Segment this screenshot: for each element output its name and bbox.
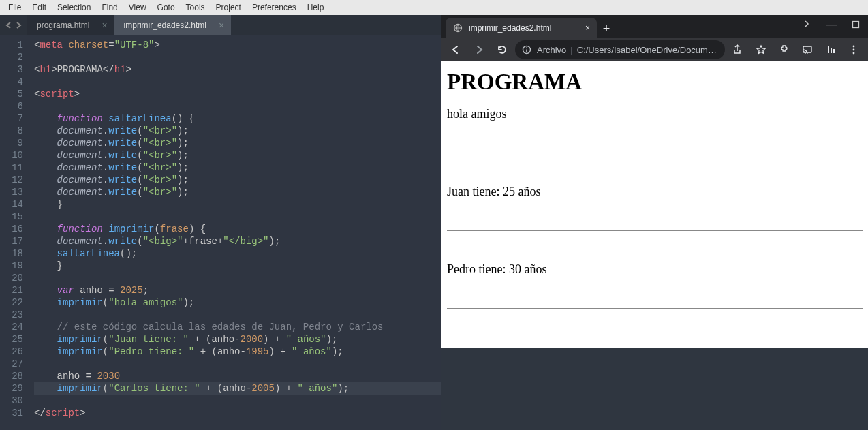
page-heading: PROGRAMA xyxy=(447,70,863,95)
menu-edit[interactable]: Edit xyxy=(27,3,52,12)
tab-close-icon[interactable]: × xyxy=(219,20,224,31)
svg-point-11 xyxy=(853,52,855,55)
svg-rect-6 xyxy=(828,46,829,53)
menu-file[interactable]: File xyxy=(3,3,27,12)
menubar: File Edit Selection Find View Goto Tools… xyxy=(0,0,868,15)
window-minimize-button[interactable] xyxy=(794,15,819,34)
bookmark-star-button[interactable] xyxy=(751,40,771,60)
svg-point-4 xyxy=(526,47,527,48)
output-line-3: Pedro tiene: 30 años xyxy=(447,262,546,276)
window-maximize-button[interactable] xyxy=(843,15,868,34)
line-number-gutter: 1234567891011121314151617181920212223242… xyxy=(0,35,30,430)
url-divider: | xyxy=(566,45,576,55)
output-line-1: hola amigos xyxy=(447,107,507,121)
menu-project[interactable]: Project xyxy=(211,3,247,12)
url-text: C:/Users/Isabel/OneDrive/Docum… xyxy=(577,45,718,55)
svg-rect-5 xyxy=(803,46,811,52)
menu-find[interactable]: Find xyxy=(96,3,123,12)
tab-nav xyxy=(0,21,27,29)
tab-imprimir-edades2[interactable]: imprimir_edades2.html × xyxy=(114,15,232,35)
menu-button[interactable] xyxy=(843,40,864,60)
browser-tab[interactable]: imprimir_edades2.html × xyxy=(446,18,597,38)
browser-tabstrip: imprimir_edades2.html × + — xyxy=(441,15,868,38)
nav-fwd-icon[interactable] xyxy=(14,21,22,29)
tab-programa[interactable]: programa.html × xyxy=(27,15,114,35)
code-area[interactable]: 1234567891011121314151617181920212223242… xyxy=(0,35,441,430)
browser-pane: imprimir_edades2.html × + — xyxy=(441,15,868,348)
output-line-2: Juan tiene: 25 años xyxy=(447,185,540,198)
menu-goto[interactable]: Goto xyxy=(152,3,181,12)
menu-help[interactable]: Help xyxy=(302,3,330,12)
window-line-button[interactable]: — xyxy=(819,15,843,34)
tab-close-icon[interactable]: × xyxy=(102,20,107,31)
tab-label: programa.html xyxy=(37,20,89,30)
media-control-button[interactable] xyxy=(820,40,841,60)
back-button[interactable] xyxy=(446,40,466,60)
nav-back-icon[interactable] xyxy=(5,21,13,29)
page-icon xyxy=(452,22,463,33)
code-content[interactable]: <meta charset="UTF-8"><h1>PROGRAMA</h1><… xyxy=(30,35,441,430)
reload-button[interactable] xyxy=(492,40,512,60)
svg-point-10 xyxy=(853,49,855,51)
forward-button[interactable] xyxy=(469,40,489,60)
share-button[interactable] xyxy=(728,40,748,60)
menu-preferences[interactable]: Preferences xyxy=(247,3,302,12)
menu-tools[interactable]: Tools xyxy=(181,3,211,12)
editor-tabbar: programa.html × imprimir_edades2.html × xyxy=(0,15,441,35)
browser-tab-title: imprimir_edades2.html xyxy=(469,23,581,33)
tab-label: imprimir_edades2.html xyxy=(124,20,206,30)
editor-pane: programa.html × imprimir_edades2.html × … xyxy=(0,15,441,430)
menu-selection[interactable]: Selection xyxy=(52,3,96,12)
cast-button[interactable] xyxy=(797,40,818,60)
extensions-button[interactable] xyxy=(774,40,794,60)
svg-rect-7 xyxy=(831,48,832,53)
address-bar[interactable]: Archivo | C:/Users/Isabel/OneDrive/Docum… xyxy=(515,40,725,59)
svg-point-9 xyxy=(853,46,855,48)
site-info-icon[interactable] xyxy=(522,45,531,55)
new-tab-button[interactable]: + xyxy=(597,19,616,38)
browser-tab-close-icon[interactable]: × xyxy=(581,23,590,33)
svg-rect-1 xyxy=(853,22,859,28)
page-content: PROGRAMA hola amigos Juan tiene: 25 años… xyxy=(441,61,868,348)
empty-area xyxy=(441,348,868,430)
svg-rect-8 xyxy=(833,49,835,53)
browser-toolbar: Archivo | C:/Users/Isabel/OneDrive/Docum… xyxy=(441,38,868,61)
url-scheme-label: Archivo xyxy=(537,45,566,55)
menu-view[interactable]: View xyxy=(123,3,152,12)
